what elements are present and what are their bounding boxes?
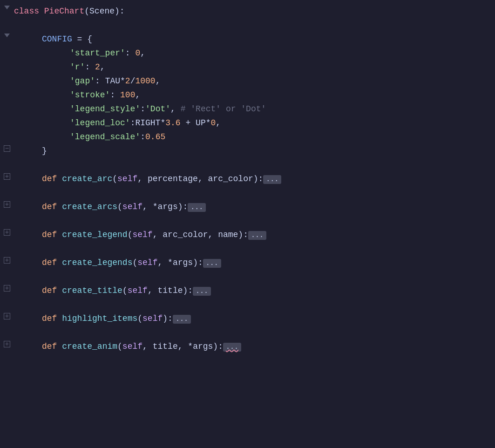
class-name-token: PieChart: [44, 7, 84, 16]
kw-def-token: def: [42, 342, 62, 351]
line-stroke: 'stroke': 100,: [0, 88, 495, 102]
punc-token: ):: [193, 258, 203, 267]
code-line-content: def create_title(self, title):...: [14, 284, 490, 298]
kw-class-token: class: [14, 7, 44, 16]
punc-token: ):: [253, 174, 264, 183]
punc-token: ):: [178, 202, 188, 211]
punc-token: *: [168, 258, 173, 267]
fold-plus-icon[interactable]: +: [4, 313, 10, 319]
punc-token: (: [117, 202, 122, 211]
code-line-content: 'start_per': 0,: [14, 47, 490, 60]
param-token: RIGHT: [135, 118, 160, 128]
fold-triangle-icon[interactable]: [4, 34, 10, 37]
param-token: arc_color: [208, 174, 253, 183]
punc-token: (: [84, 7, 89, 16]
collapsed-indicator: ...: [203, 259, 221, 268]
param-token: title: [157, 286, 183, 295]
param-token: TAU: [105, 76, 120, 86]
line-blank5: [0, 242, 495, 256]
line-blank4: [0, 214, 495, 228]
collapsed-indicator: ...: [263, 175, 281, 184]
param-token: args: [173, 258, 193, 267]
variable-token: self: [128, 286, 148, 295]
line-r: 'r': 2,: [0, 61, 495, 75]
number-token: 0: [135, 48, 140, 58]
kw-def-token: def: [42, 314, 62, 323]
method-name-token: create_anim: [62, 342, 117, 351]
punc-token: ,: [135, 90, 140, 100]
param-token: name: [218, 230, 238, 239]
fold-minus-icon[interactable]: −: [4, 145, 10, 152]
string-token: 'stroke': [70, 90, 110, 100]
code-line-content: def create_anim(self, title, *args):...: [14, 340, 490, 353]
punc-token: ,: [198, 174, 208, 183]
punc-token: ,: [153, 230, 163, 239]
line-blank3: [0, 186, 495, 200]
punc-token: ,: [156, 76, 161, 86]
kw-def-token: def: [42, 174, 62, 183]
punc-token: ,: [140, 48, 145, 58]
collapsed-indicator: ...: [173, 315, 191, 324]
punc-token: ,: [137, 174, 148, 183]
kw-def-token: def: [42, 202, 62, 211]
number-token: 1000: [135, 76, 155, 86]
fold-triangle-icon[interactable]: [4, 6, 10, 9]
punc-token: *: [188, 342, 193, 351]
string-token: 'legend_loc': [70, 118, 130, 128]
operator-token: *: [206, 118, 211, 128]
operator-token: = {: [72, 34, 92, 44]
operator-token: *: [160, 118, 165, 128]
fold-plus-icon[interactable]: +: [4, 257, 10, 264]
code-line-content: CONFIG = {: [14, 33, 490, 46]
variable-token: self: [142, 314, 163, 323]
operator-token: :: [110, 90, 120, 100]
fold-plus-icon[interactable]: +: [4, 285, 10, 292]
operator-token: +: [181, 118, 196, 128]
fold-plus-icon[interactable]: +: [4, 341, 10, 347]
string-token: 'legend_scale': [70, 132, 140, 142]
code-line-content: def create_arc(self, percentage, arc_col…: [14, 172, 490, 186]
line-create-legend: +def create_legend(self, arc_color, name…: [0, 228, 495, 242]
method-name-token: create_legends: [62, 258, 132, 267]
line-start-per: 'start_per': 0,: [0, 47, 495, 61]
line-gap: 'gap': TAU*2/1000,: [0, 75, 495, 88]
collapsed-indicator: ...: [193, 287, 211, 296]
punc-token: ):: [115, 7, 125, 16]
comment-token: # 'Rect' or 'Dot': [181, 104, 266, 114]
line-create-arcs: +def create_arcs(self, *args):...: [0, 200, 495, 214]
operator-token: :: [125, 48, 136, 58]
line-legend-scale: 'legend_scale':0.65: [0, 130, 495, 144]
line-create-title: +def create_title(self, title):...: [0, 284, 495, 298]
punc-token: ,: [100, 62, 105, 72]
string-token: 'gap': [70, 76, 95, 86]
fold-plus-icon[interactable]: +: [4, 229, 10, 236]
line-highlight-items: +def highlight_items(self):...: [0, 312, 495, 326]
punc-token: ,: [148, 286, 158, 295]
line-legend-style: 'legend_style':'Dot', # 'Rect' or 'Dot': [0, 102, 495, 116]
method-name-token: create_title: [62, 286, 122, 295]
fold-plus-icon[interactable]: +: [4, 201, 10, 208]
method-name-token: create_legend: [62, 230, 127, 239]
number-token: 0.65: [145, 132, 165, 142]
line-config: CONFIG = {: [0, 33, 495, 47]
line-blank2: [0, 158, 495, 172]
code-line-content: def highlight_items(self):...: [14, 312, 490, 326]
operator-token: *: [120, 76, 125, 86]
code-line-content: 'legend_loc':RIGHT*3.6 + UP*0,: [14, 116, 490, 130]
operator-token: :: [130, 118, 136, 128]
param-token: args: [193, 342, 213, 351]
code-line-content: 'stroke': 100,: [14, 88, 490, 102]
fold-plus-icon[interactable]: +: [4, 173, 10, 180]
number-token: 3.6: [165, 118, 180, 128]
code-line-content: def create_legend(self, arc_color, name)…: [14, 228, 490, 242]
variable-token: self: [137, 258, 157, 267]
kw-def-token: def: [42, 230, 62, 239]
punc-token: (: [117, 342, 122, 351]
punc-token: ):: [213, 342, 223, 351]
punc-token: (: [137, 314, 142, 323]
method-name-token: create_arc: [62, 174, 112, 183]
code-editor: class PieChart(Scene):CONFIG = {'start_p…: [0, 0, 495, 359]
param-token: UP: [196, 118, 206, 128]
variable-token: self: [122, 342, 142, 351]
line-blank6: [0, 270, 495, 284]
